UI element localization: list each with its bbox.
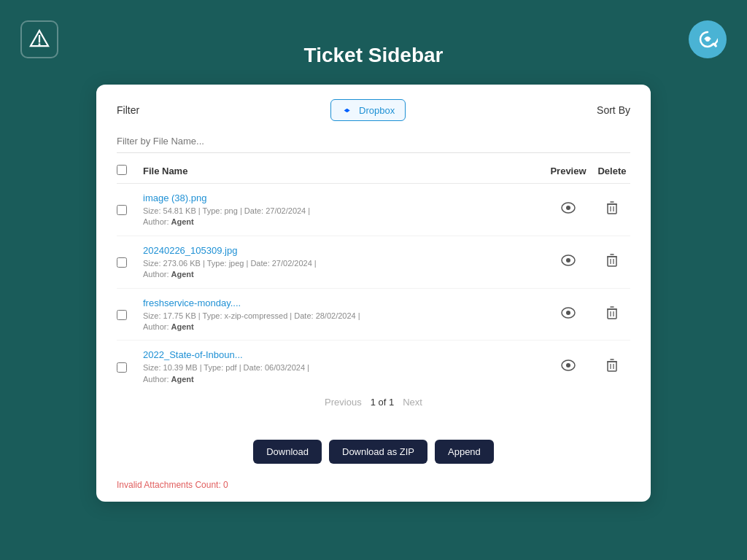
file-info: 20240226_105309.jpg Size: 273.06 KB | Ty… (143, 244, 543, 281)
delete-button[interactable] (594, 359, 630, 375)
file-name-link[interactable]: image (38).png (143, 192, 206, 203)
delete-button[interactable] (594, 306, 630, 322)
download-zip-button[interactable]: Download as ZIP (329, 440, 427, 464)
file-info: 2022_State-of-Inboun... Size: 10.39 MB |… (143, 348, 543, 385)
table-row: 20240226_105309.jpg Size: 273.06 KB | Ty… (117, 236, 630, 289)
main-card: Filter Dropbox Sort By File Name Preview… (96, 85, 651, 502)
svg-point-26 (566, 363, 570, 368)
file-info: freshservice-monday.... Size: 17.75 KB |… (143, 296, 543, 333)
svg-rect-13 (608, 257, 616, 266)
pagination-next[interactable]: Next (403, 397, 422, 408)
select-all-checkbox[interactable] (117, 165, 127, 175)
append-button[interactable]: Append (435, 440, 494, 464)
file-checkbox-cell (117, 256, 143, 268)
file-checkbox-cell (117, 308, 143, 320)
pagination-current: 1 of 1 (371, 397, 395, 408)
file-checkbox[interactable] (117, 310, 127, 320)
action-buttons: Download Download as ZIP Append (96, 440, 651, 464)
svg-point-2 (39, 43, 41, 45)
file-checkbox[interactable] (117, 205, 127, 215)
delete-button[interactable] (594, 201, 630, 217)
delete-button[interactable] (594, 254, 630, 270)
table-header: File Name Preview Delete (117, 162, 630, 184)
file-checkbox-cell (117, 203, 143, 215)
app-icon (689, 20, 727, 58)
delete-header: Delete (594, 166, 630, 176)
preview-header: Preview (543, 166, 594, 176)
zendesk-logo (20, 20, 58, 58)
filter-label: Filter (117, 104, 139, 116)
file-checkbox[interactable] (117, 362, 127, 373)
preview-button[interactable] (543, 202, 594, 217)
sort-by-label: Sort By (597, 104, 630, 116)
file-name-link[interactable]: freshservice-monday.... (143, 298, 241, 308)
pagination: Previous 1 of 1 Next (117, 388, 630, 411)
file-name-header: File Name (143, 166, 543, 176)
svg-point-12 (566, 258, 570, 262)
top-bar: Filter Dropbox Sort By (117, 99, 630, 121)
svg-point-19 (566, 311, 570, 315)
svg-point-5 (566, 206, 570, 210)
file-checkbox-cell (117, 361, 143, 373)
file-name-link[interactable]: 2022_State-of-Inboun... (143, 349, 243, 360)
page-title: Ticket Sidebar (304, 44, 444, 67)
table-row: freshservice-monday.... Size: 17.75 KB |… (117, 289, 630, 341)
preview-button[interactable] (543, 254, 594, 269)
preview-button[interactable] (543, 307, 594, 322)
dropbox-button[interactable]: Dropbox (330, 99, 406, 121)
file-info: image (38).png Size: 54.81 KB | Type: pn… (143, 191, 543, 228)
file-name-link[interactable]: 20240226_105309.jpg (143, 245, 237, 256)
svg-rect-6 (608, 204, 616, 214)
filter-input[interactable] (117, 131, 630, 153)
file-meta: Size: 54.81 KB | Type: png | Date: 27/02… (143, 206, 543, 228)
table-row: image (38).png Size: 54.81 KB | Type: pn… (117, 184, 630, 236)
svg-rect-20 (608, 309, 616, 319)
file-meta: Size: 273.06 KB | Type: jpeg | Date: 27/… (143, 258, 543, 281)
file-checkbox[interactable] (117, 257, 127, 268)
table-row: 2022_State-of-Inboun... Size: 10.39 MB |… (117, 341, 630, 388)
files-list: image (38).png Size: 54.81 KB | Type: pn… (117, 184, 630, 388)
preview-button[interactable] (543, 359, 594, 374)
file-meta: Size: 10.39 MB | Type: pdf | Date: 06/03… (143, 362, 543, 385)
pagination-prev[interactable]: Previous (325, 397, 362, 408)
invalid-count: Invalid Attachments Count: 0 (96, 472, 651, 502)
dropbox-label: Dropbox (359, 105, 395, 116)
file-meta: Size: 17.75 KB | Type: x-zip-compressed … (143, 311, 543, 333)
select-all-cell (117, 165, 143, 177)
svg-rect-27 (608, 362, 616, 371)
download-button[interactable]: Download (253, 440, 322, 464)
